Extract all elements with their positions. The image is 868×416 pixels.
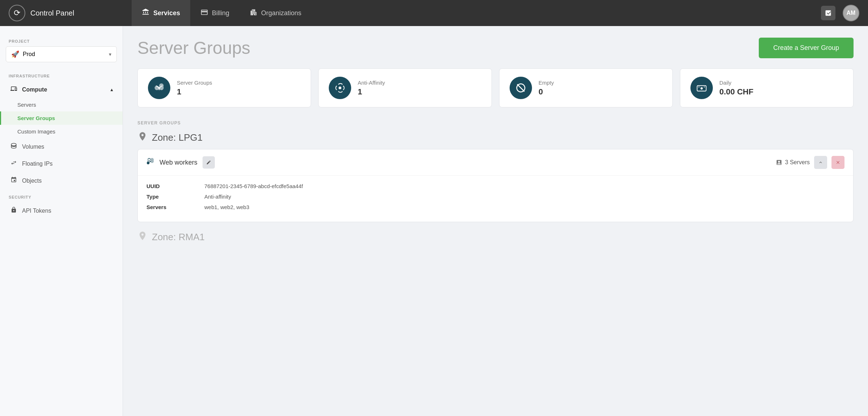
type-row: Type Anti-affinity: [146, 194, 844, 200]
api-tokens-icon: [10, 207, 18, 215]
svg-line-6: [517, 84, 524, 92]
type-value: Anti-affinity: [204, 194, 231, 200]
sidebar-item-objects[interactable]: Objects: [0, 172, 123, 189]
uuid-row: UUID 76887201-2345-6789-abcd-efcdfe5aa44…: [146, 183, 844, 189]
security-label: SECURITY: [0, 189, 123, 202]
stats-row: Server Groups 1 Anti-Affinity 1: [137, 68, 854, 107]
nav-organizations-label: Organizations: [261, 9, 301, 17]
delete-server-group-button[interactable]: [831, 156, 844, 169]
stat-card-anti-affinity: Anti-Affinity 1: [318, 68, 492, 107]
page-header: Server Groups Create a Server Group: [137, 38, 854, 58]
zone-rma1-header: Zone: RMA1: [137, 231, 854, 243]
brand-icon: ⟳: [9, 5, 25, 21]
chevron-down-icon: ▾: [109, 51, 111, 57]
stat-card-empty: Empty 0: [499, 68, 673, 107]
sidebar-item-servers[interactable]: Servers: [0, 98, 123, 111]
stat-icon-empty: [510, 77, 532, 99]
stat-label-empty: Empty: [539, 80, 554, 86]
zone-rma1-name: Zone: RMA1: [152, 232, 205, 243]
avatar[interactable]: AM: [843, 5, 859, 21]
compute-icon: [10, 85, 18, 94]
stat-info-empty: Empty 0: [539, 80, 554, 97]
project-section-label: PROJECT: [0, 33, 123, 46]
uuid-label: UUID: [146, 183, 204, 189]
uuid-value: 76887201-2345-6789-abcd-efcdfe5aa44f: [204, 183, 303, 189]
server-group-name: Web workers: [159, 159, 197, 166]
server-group-card-header: Web workers 3 Servers: [138, 149, 853, 176]
sidebar-item-server-groups[interactable]: Server Groups: [0, 111, 123, 125]
sidebar-item-custom-images[interactable]: Custom Images: [0, 125, 123, 138]
nav-services-label: Services: [153, 9, 180, 17]
server-group-actions: 3 Servers: [776, 156, 844, 169]
server-groups-label: Server Groups: [17, 115, 55, 121]
compute-label: Compute: [22, 86, 47, 93]
sidebar-item-compute[interactable]: Compute ▲: [0, 81, 123, 98]
api-tokens-label: API Tokens: [22, 208, 51, 214]
stat-icon-daily: [690, 77, 713, 99]
stat-value-anti-affinity: 1: [358, 87, 385, 97]
servers-count: 3 Servers: [776, 159, 810, 166]
server-group-card-web-workers: Web workers 3 Servers: [137, 149, 854, 222]
nav-services[interactable]: Services: [132, 0, 190, 26]
sidebar: PROJECT 🚀 Prod ▾ INFRASTRUCTURE Compute …: [0, 26, 123, 416]
stat-label-anti-affinity: Anti-Affinity: [358, 80, 385, 86]
services-icon: [142, 8, 150, 18]
billing-icon: [200, 8, 208, 18]
stat-info-server-groups: Server Groups 1: [177, 80, 212, 97]
brand-title: Control Panel: [30, 9, 74, 17]
infrastructure-label: INFRASTRUCTURE: [0, 68, 123, 81]
edit-server-group-button[interactable]: [203, 156, 215, 169]
stat-value-empty: 0: [539, 87, 554, 97]
servers-label: Servers: [17, 102, 36, 108]
nav-billing[interactable]: Billing: [190, 0, 239, 26]
stat-icon-anti-affinity: [329, 77, 351, 99]
volumes-label: Volumes: [22, 144, 44, 150]
compute-chevron-icon: ▲: [110, 87, 114, 92]
sidebar-item-floating-ips[interactable]: Floating IPs: [0, 155, 123, 172]
floating-ips-icon: [10, 160, 18, 168]
type-label: Type: [146, 194, 204, 200]
top-navigation: ⟳ Control Panel Services Billing Organiz…: [0, 0, 868, 26]
main-content: Server Groups Create a Server Group Serv…: [123, 26, 868, 416]
project-selector[interactable]: 🚀 Prod ▾: [6, 46, 117, 62]
sidebar-item-volumes[interactable]: Volumes: [0, 138, 123, 155]
stat-label-daily: Daily: [719, 80, 753, 86]
svg-point-9: [147, 162, 149, 164]
svg-point-8: [701, 87, 703, 89]
project-icon: 🚀: [11, 50, 19, 58]
svg-point-4: [339, 86, 341, 89]
project-name: Prod: [23, 51, 35, 58]
collapse-server-group-button[interactable]: [814, 156, 827, 169]
server-group-network-icon: [146, 157, 154, 167]
brand: ⟳ Control Panel: [9, 5, 132, 21]
volumes-icon: [10, 143, 18, 151]
objects-label: Objects: [22, 178, 42, 184]
servers-value: web1, web2, web3: [204, 204, 249, 210]
stat-value-daily: 0.00 CHF: [719, 87, 753, 97]
sidebar-item-api-tokens[interactable]: API Tokens: [0, 202, 123, 219]
servers-row: Servers web1, web2, web3: [146, 204, 844, 210]
floating-ips-label: Floating IPs: [22, 161, 52, 167]
page-title: Server Groups: [137, 38, 250, 58]
server-groups-section-label: SERVER GROUPS: [137, 120, 854, 126]
create-server-group-button[interactable]: Create a Server Group: [759, 38, 854, 58]
nav-items: Services Billing Organizations: [132, 0, 821, 26]
zone-lpg1-name: Zone: LPG1: [152, 132, 203, 143]
servers-label: Servers: [146, 204, 204, 210]
support-button[interactable]: [821, 6, 835, 20]
location-pin-icon-rma1: [137, 231, 148, 243]
server-group-body: UUID 76887201-2345-6789-abcd-efcdfe5aa44…: [138, 176, 853, 222]
location-pin-icon: [137, 131, 148, 144]
layout: PROJECT 🚀 Prod ▾ INFRASTRUCTURE Compute …: [0, 26, 868, 416]
stat-card-server-groups: Server Groups 1: [137, 68, 311, 107]
nav-billing-label: Billing: [212, 9, 229, 17]
zone-lpg1-header: Zone: LPG1: [137, 131, 854, 144]
stat-label-server-groups: Server Groups: [177, 80, 212, 86]
servers-count-label: 3 Servers: [785, 159, 810, 166]
nav-organizations[interactable]: Organizations: [239, 0, 311, 26]
organizations-icon: [250, 8, 258, 18]
stat-card-daily: Daily 0.00 CHF: [680, 68, 854, 107]
custom-images-label: Custom Images: [17, 128, 55, 135]
stat-value-server-groups: 1: [177, 87, 212, 97]
nav-right: AM: [821, 5, 859, 21]
